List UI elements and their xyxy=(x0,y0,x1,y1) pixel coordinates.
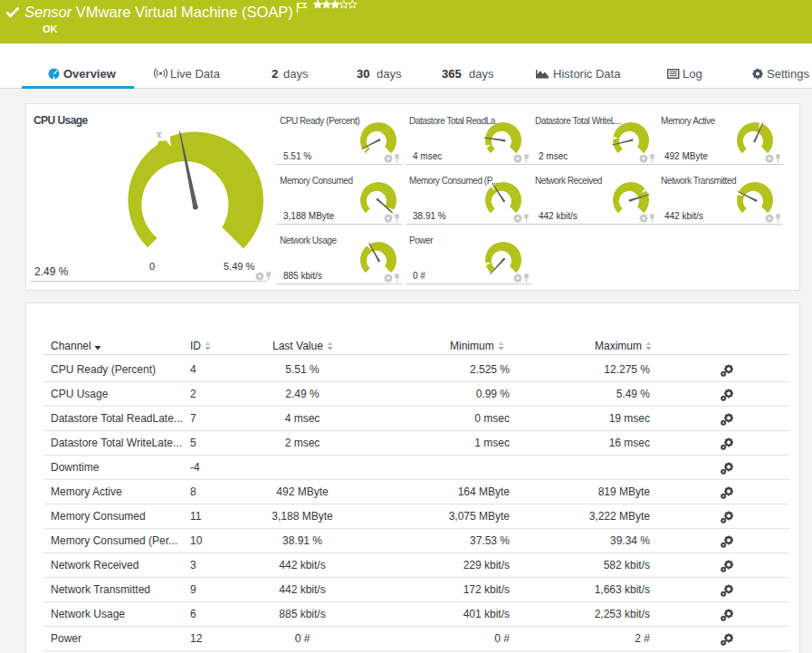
svg-text:x̅: x̅ xyxy=(156,130,161,139)
